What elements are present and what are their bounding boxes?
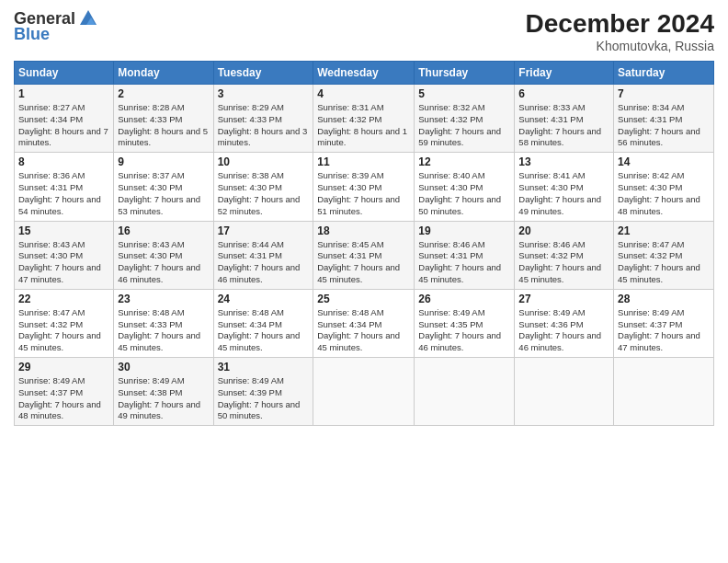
calendar-cell: 13Sunrise: 8:41 AMSunset: 4:30 PMDayligh… bbox=[515, 153, 614, 221]
calendar-week-1: 1Sunrise: 8:27 AMSunset: 4:34 PMDaylight… bbox=[15, 85, 714, 153]
calendar-cell: 12Sunrise: 8:40 AMSunset: 4:30 PMDayligh… bbox=[415, 153, 515, 221]
day-detail: Sunrise: 8:38 AMSunset: 4:30 PMDaylight:… bbox=[218, 170, 301, 215]
column-header-sunday: Sunday bbox=[15, 62, 114, 85]
calendar-cell: 1Sunrise: 8:27 AMSunset: 4:34 PMDaylight… bbox=[15, 85, 114, 153]
day-detail: Sunrise: 8:47 AMSunset: 4:32 PMDaylight:… bbox=[618, 239, 700, 284]
calendar-cell: 28Sunrise: 8:49 AMSunset: 4:37 PMDayligh… bbox=[614, 289, 714, 357]
calendar-cell: 6Sunrise: 8:33 AMSunset: 4:31 PMDaylight… bbox=[515, 85, 614, 153]
day-number: 28 bbox=[618, 293, 710, 305]
calendar-cell: 19Sunrise: 8:46 AMSunset: 4:31 PMDayligh… bbox=[415, 221, 515, 289]
calendar-cell: 21Sunrise: 8:47 AMSunset: 4:32 PMDayligh… bbox=[614, 221, 714, 289]
column-header-thursday: Thursday bbox=[415, 62, 515, 85]
calendar-cell: 8Sunrise: 8:36 AMSunset: 4:31 PMDaylight… bbox=[15, 153, 114, 221]
day-detail: Sunrise: 8:48 AMSunset: 4:33 PMDaylight:… bbox=[118, 307, 200, 352]
main-container: General Blue December 2024 Khomutovka, R… bbox=[0, 0, 728, 563]
day-number: 13 bbox=[518, 155, 609, 168]
calendar-week-2: 8Sunrise: 8:36 AMSunset: 4:31 PMDaylight… bbox=[15, 153, 714, 221]
day-number: 24 bbox=[218, 293, 310, 305]
day-detail: Sunrise: 8:49 AMSunset: 4:37 PMDaylight:… bbox=[618, 307, 700, 352]
calendar-week-3: 15Sunrise: 8:43 AMSunset: 4:30 PMDayligh… bbox=[15, 221, 714, 289]
day-detail: Sunrise: 8:47 AMSunset: 4:32 PMDaylight:… bbox=[18, 307, 101, 352]
calendar-cell: 30Sunrise: 8:49 AMSunset: 4:38 PMDayligh… bbox=[114, 358, 213, 426]
day-detail: Sunrise: 8:39 AMSunset: 4:30 PMDaylight:… bbox=[317, 170, 400, 215]
calendar-cell: 18Sunrise: 8:45 AMSunset: 4:31 PMDayligh… bbox=[313, 221, 415, 289]
day-detail: Sunrise: 8:36 AMSunset: 4:31 PMDaylight:… bbox=[18, 170, 101, 215]
day-number: 21 bbox=[618, 224, 710, 237]
day-detail: Sunrise: 8:46 AMSunset: 4:31 PMDaylight:… bbox=[418, 239, 501, 284]
calendar-cell: 17Sunrise: 8:44 AMSunset: 4:31 PMDayligh… bbox=[213, 221, 313, 289]
calendar-cell: 26Sunrise: 8:49 AMSunset: 4:35 PMDayligh… bbox=[415, 289, 515, 357]
day-detail: Sunrise: 8:49 AMSunset: 4:37 PMDaylight:… bbox=[18, 375, 101, 420]
calendar-cell: 15Sunrise: 8:43 AMSunset: 4:30 PMDayligh… bbox=[15, 221, 114, 289]
day-number: 26 bbox=[418, 293, 510, 305]
day-number: 8 bbox=[18, 155, 109, 168]
day-detail: Sunrise: 8:45 AMSunset: 4:31 PMDaylight:… bbox=[317, 239, 400, 284]
day-detail: Sunrise: 8:46 AMSunset: 4:32 PMDaylight:… bbox=[518, 239, 601, 284]
day-number: 23 bbox=[118, 293, 209, 305]
day-number: 27 bbox=[518, 293, 609, 305]
main-title: December 2024 bbox=[526, 9, 714, 39]
calendar-cell: 4Sunrise: 8:31 AMSunset: 4:32 PMDaylight… bbox=[313, 85, 415, 153]
calendar-cell: 27Sunrise: 8:49 AMSunset: 4:36 PMDayligh… bbox=[515, 289, 614, 357]
day-number: 18 bbox=[317, 224, 410, 237]
title-block: December 2024 Khomutovka, Russia bbox=[526, 9, 714, 53]
calendar-cell: 24Sunrise: 8:48 AMSunset: 4:34 PMDayligh… bbox=[213, 289, 313, 357]
day-detail: Sunrise: 8:49 AMSunset: 4:38 PMDaylight:… bbox=[118, 375, 200, 420]
day-number: 25 bbox=[317, 293, 410, 305]
day-detail: Sunrise: 8:43 AMSunset: 4:30 PMDaylight:… bbox=[18, 239, 101, 284]
day-number: 19 bbox=[418, 224, 510, 237]
day-detail: Sunrise: 8:43 AMSunset: 4:30 PMDaylight:… bbox=[118, 239, 200, 284]
day-detail: Sunrise: 8:33 AMSunset: 4:31 PMDaylight:… bbox=[518, 102, 601, 147]
day-number: 22 bbox=[18, 293, 109, 305]
day-detail: Sunrise: 8:32 AMSunset: 4:32 PMDaylight:… bbox=[418, 102, 501, 147]
day-detail: Sunrise: 8:37 AMSunset: 4:30 PMDaylight:… bbox=[118, 170, 200, 215]
calendar-cell: 23Sunrise: 8:48 AMSunset: 4:33 PMDayligh… bbox=[114, 289, 213, 357]
day-number: 9 bbox=[118, 155, 209, 168]
calendar-table: SundayMondayTuesdayWednesdayThursdayFrid… bbox=[14, 61, 714, 426]
day-number: 11 bbox=[317, 155, 410, 168]
calendar-cell: 20Sunrise: 8:46 AMSunset: 4:32 PMDayligh… bbox=[515, 221, 614, 289]
day-number: 10 bbox=[218, 155, 310, 168]
column-header-wednesday: Wednesday bbox=[313, 62, 415, 85]
day-detail: Sunrise: 8:48 AMSunset: 4:34 PMDaylight:… bbox=[317, 307, 400, 352]
day-number: 7 bbox=[618, 87, 710, 100]
day-detail: Sunrise: 8:42 AMSunset: 4:30 PMDaylight:… bbox=[618, 170, 700, 215]
calendar-cell: 25Sunrise: 8:48 AMSunset: 4:34 PMDayligh… bbox=[313, 289, 415, 357]
calendar-cell: 31Sunrise: 8:49 AMSunset: 4:39 PMDayligh… bbox=[213, 358, 313, 426]
day-detail: Sunrise: 8:34 AMSunset: 4:31 PMDaylight:… bbox=[618, 102, 700, 147]
day-number: 1 bbox=[18, 87, 109, 100]
day-detail: Sunrise: 8:29 AMSunset: 4:33 PMDaylight:… bbox=[218, 102, 308, 147]
calendar-cell bbox=[614, 358, 714, 426]
day-number: 3 bbox=[218, 87, 310, 100]
day-number: 6 bbox=[518, 87, 609, 100]
calendar-cell: 7Sunrise: 8:34 AMSunset: 4:31 PMDaylight… bbox=[614, 85, 714, 153]
calendar-cell: 2Sunrise: 8:28 AMSunset: 4:33 PMDaylight… bbox=[114, 85, 213, 153]
calendar-week-5: 29Sunrise: 8:49 AMSunset: 4:37 PMDayligh… bbox=[15, 358, 714, 426]
day-detail: Sunrise: 8:27 AMSunset: 4:34 PMDaylight:… bbox=[18, 102, 108, 147]
day-detail: Sunrise: 8:28 AMSunset: 4:33 PMDaylight:… bbox=[118, 102, 208, 147]
calendar-week-4: 22Sunrise: 8:47 AMSunset: 4:32 PMDayligh… bbox=[15, 289, 714, 357]
header: General Blue December 2024 Khomutovka, R… bbox=[14, 9, 714, 53]
day-number: 30 bbox=[118, 361, 209, 373]
column-header-friday: Friday bbox=[515, 62, 614, 85]
logo: General Blue bbox=[14, 9, 98, 44]
day-detail: Sunrise: 8:48 AMSunset: 4:34 PMDaylight:… bbox=[218, 307, 301, 352]
calendar-header-row: SundayMondayTuesdayWednesdayThursdayFrid… bbox=[15, 62, 714, 85]
day-number: 31 bbox=[218, 361, 310, 373]
day-number: 2 bbox=[118, 87, 209, 100]
calendar-cell: 11Sunrise: 8:39 AMSunset: 4:30 PMDayligh… bbox=[313, 153, 415, 221]
day-number: 29 bbox=[18, 361, 109, 373]
day-detail: Sunrise: 8:49 AMSunset: 4:39 PMDaylight:… bbox=[218, 375, 301, 420]
day-number: 5 bbox=[418, 87, 510, 100]
day-number: 4 bbox=[317, 87, 410, 100]
logo-blue: Blue bbox=[14, 25, 50, 44]
calendar-cell: 29Sunrise: 8:49 AMSunset: 4:37 PMDayligh… bbox=[15, 358, 114, 426]
calendar-cell: 22Sunrise: 8:47 AMSunset: 4:32 PMDayligh… bbox=[15, 289, 114, 357]
calendar-cell: 16Sunrise: 8:43 AMSunset: 4:30 PMDayligh… bbox=[114, 221, 213, 289]
calendar-cell: 3Sunrise: 8:29 AMSunset: 4:33 PMDaylight… bbox=[213, 85, 313, 153]
subtitle: Khomutovka, Russia bbox=[526, 39, 714, 53]
day-number: 15 bbox=[18, 224, 109, 237]
calendar-cell bbox=[515, 358, 614, 426]
day-number: 16 bbox=[118, 224, 209, 237]
day-detail: Sunrise: 8:40 AMSunset: 4:30 PMDaylight:… bbox=[418, 170, 501, 215]
